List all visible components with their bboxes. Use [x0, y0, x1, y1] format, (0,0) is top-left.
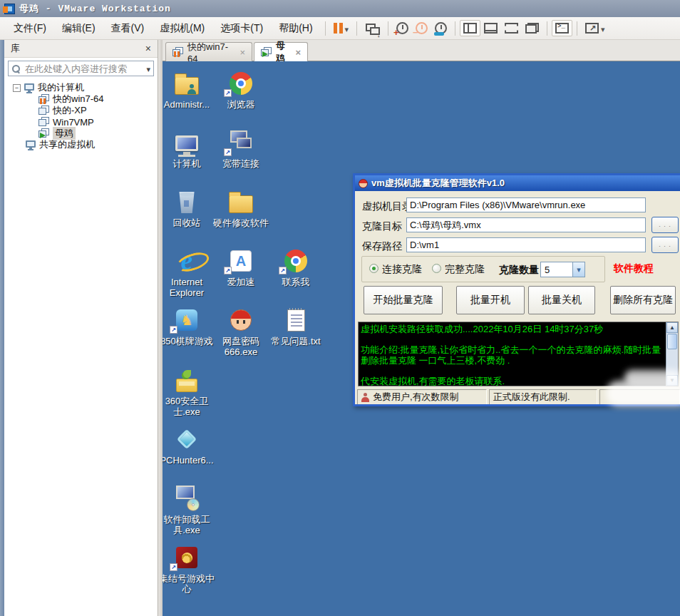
- tab-muji[interactable]: 母鸡 ×: [254, 42, 308, 61]
- full-clone-radio[interactable]: [432, 264, 441, 273]
- clone-options-groupbox: 连接克隆 完整克隆 克隆数量 5: [361, 256, 605, 282]
- tree-item-vm-xp[interactable]: 快的-XP: [4, 105, 158, 116]
- close-icon[interactable]: ×: [145, 44, 151, 53]
- clone-target-input[interactable]: [406, 217, 646, 232]
- log-line: 功能介绍:批量克隆,让你省时省力..省去一个一个的去克隆的麻烦.随时批量删除批量…: [361, 344, 664, 366]
- desktop-icon-hardware-folder[interactable]: 硬件修改软件: [212, 188, 269, 228]
- vm-icon: [38, 117, 49, 127]
- desktop-icon-pchunter[interactable]: PCHunter6...: [163, 426, 215, 466]
- toolbar-separator: [356, 21, 357, 36]
- tree-item-shared-vms[interactable]: 共享的虚拟机: [4, 139, 158, 150]
- mario-icon: [212, 307, 269, 334]
- desktop-icon-computer[interactable]: 计算机: [163, 129, 215, 169]
- menu-file[interactable]: 文件(F): [6, 19, 54, 38]
- linked-clone-label: 连接克隆: [382, 263, 422, 276]
- desktop-icon-browser[interactable]: 浏览器: [212, 70, 269, 110]
- search-icon: [11, 64, 20, 73]
- tree-item-vm-win7vmp[interactable]: Win7VMP: [4, 116, 158, 128]
- tab-win7-64[interactable]: 快的win7-64 ×: [165, 42, 252, 61]
- mario-app-icon: [359, 179, 368, 188]
- expander-minus-icon[interactable]: [13, 84, 21, 92]
- tutorial-link[interactable]: 软件教程: [614, 262, 654, 275]
- take-snapshot-button[interactable]: [393, 19, 412, 37]
- horn-game-icon: [163, 544, 215, 571]
- start-batch-clone-button[interactable]: 开始批量克隆: [364, 286, 443, 314]
- batch-power-on-button[interactable]: 批量开机: [456, 286, 525, 314]
- desktop-icon-aijiasu[interactable]: 爱加速: [212, 247, 269, 287]
- blur-watermark: [606, 381, 680, 406]
- send-ctrl-alt-del-button[interactable]: [361, 19, 383, 38]
- batch-power-off-button[interactable]: 批量关机: [528, 286, 595, 314]
- tab-close-icon[interactable]: ×: [295, 47, 301, 58]
- vmware-workstation-window: 母鸡 - VMware Workstation 文件(F) 编辑(E) 查看(V…: [0, 0, 680, 616]
- clone-count-select[interactable]: 5: [540, 262, 585, 277]
- tree-item-vm-muji[interactable]: 母鸡: [4, 128, 158, 139]
- console-view-button[interactable]: [552, 20, 572, 36]
- dialog-titlebar[interactable]: vm虚拟机批量克隆管理软件v1.0: [355, 175, 680, 191]
- tree-item-my-computer[interactable]: 我的计算机: [4, 82, 158, 93]
- desktop-icon-360-security[interactable]: 360安全卫士.exe: [163, 366, 215, 418]
- revert-snapshot-button[interactable]: [412, 19, 431, 37]
- vm-dir-input[interactable]: [406, 197, 646, 212]
- pause-vm-button[interactable]: [330, 20, 353, 37]
- stretch-icon: [585, 23, 599, 34]
- menu-help[interactable]: 帮助(H): [271, 19, 320, 38]
- menu-tabs[interactable]: 选项卡(T): [212, 19, 271, 38]
- linked-clone-radio[interactable]: [369, 264, 378, 273]
- scrollbar-thumb[interactable]: [667, 334, 677, 349]
- dialog-title: vm虚拟机批量克隆管理软件v1.0: [371, 177, 505, 190]
- show-thumbnail-bar-button[interactable]: [480, 20, 501, 36]
- computer-icon: [24, 83, 34, 91]
- menu-view[interactable]: 查看(V): [103, 19, 153, 38]
- network-connection-icon: [212, 129, 269, 156]
- snapshot-manager-button[interactable]: [431, 19, 450, 37]
- fullscreen-icon: [505, 23, 518, 34]
- menu-edit[interactable]: 编辑(E): [54, 19, 103, 38]
- stretch-guest-button[interactable]: [582, 20, 609, 37]
- desktop-icon-broadband[interactable]: 宽带连接: [212, 129, 269, 169]
- desktop-icon-uninstall-tool[interactable]: 软件卸载工具.exe: [163, 485, 215, 536]
- window-titlebar[interactable]: 母鸡 - VMware Workstation: [0, 0, 680, 17]
- menubar: 文件(F) 编辑(E) 查看(V) 虚拟机(M) 选项卡(T) 帮助(H): [0, 17, 680, 40]
- clone-target-label: 克隆目标: [362, 220, 402, 233]
- shortcut-arrow-icon: [170, 326, 177, 334]
- desktop-icon-jijiehao[interactable]: 集结号游戏中心: [163, 544, 215, 595]
- user-icon: [361, 393, 369, 402]
- vm-desktop-screen[interactable]: Administr... 浏览器 计算机 宽带连接 回收站 硬件修改软件: [163, 61, 680, 616]
- full-clone-label: 完整克隆: [445, 263, 485, 276]
- tab-close-icon[interactable]: ×: [239, 47, 245, 58]
- chrome-icon: [212, 70, 269, 97]
- vm-icon: [38, 106, 49, 115]
- toolbar-separator: [325, 21, 326, 36]
- delete-all-clones-button[interactable]: 删除所有克隆: [610, 286, 676, 314]
- tree-item-vm-win7-64[interactable]: 快的win7-64: [4, 93, 158, 105]
- desktop-icon-netdisk-password[interactable]: 网盘密码666.exe: [212, 307, 269, 358]
- desktop-icon-recycle-bin[interactable]: 回收站: [163, 188, 215, 228]
- save-path-label: 保存路径: [362, 240, 402, 253]
- snapshot-add-icon: [396, 22, 408, 34]
- fullscreen-button[interactable]: [501, 20, 522, 36]
- desktop-icon-contact-me[interactable]: 联系我: [267, 247, 324, 287]
- save-path-input[interactable]: [406, 237, 646, 252]
- chevron-down-icon[interactable]: [345, 23, 349, 34]
- shortcut-arrow-icon: [224, 148, 232, 156]
- browse-save-button[interactable]: . . .: [651, 237, 679, 253]
- unity-mode-button[interactable]: [522, 20, 542, 36]
- menu-vm[interactable]: 虚拟机(M): [152, 19, 212, 38]
- browse-target-button[interactable]: . . .: [651, 217, 679, 233]
- desktop-icon-faq-txt[interactable]: 常见问题.txt: [267, 307, 324, 346]
- chevron-down-icon[interactable]: [572, 262, 584, 277]
- search-input[interactable]: [24, 63, 143, 75]
- desktop-icon-850-game[interactable]: 850棋牌游戏: [163, 307, 215, 346]
- accelerator-app-icon: [212, 247, 269, 274]
- library-search-box: [8, 61, 154, 76]
- show-library-button[interactable]: [460, 20, 480, 36]
- desktop-icon-administrator[interactable]: Administr...: [163, 70, 215, 110]
- library-sidebar: 库 × 我的计算机 快的win7-64 快的-XP W: [4, 40, 158, 616]
- desktop-icon-internet-explorer[interactable]: e Internet Explorer: [163, 247, 215, 299]
- scroll-up-icon[interactable]: ▲: [666, 322, 678, 333]
- main-area: 快的win7-64 × 母鸡 × Administr... 浏览器 计算: [163, 40, 680, 616]
- chevron-down-icon[interactable]: [146, 62, 150, 75]
- toolbar-separator: [455, 21, 455, 36]
- chevron-down-icon[interactable]: [601, 23, 605, 34]
